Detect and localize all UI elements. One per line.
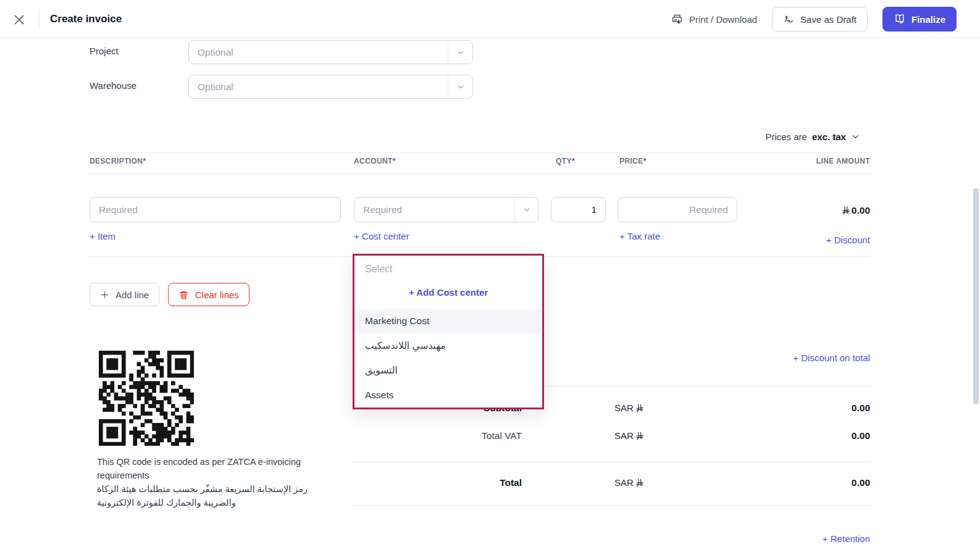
price-input[interactable] <box>618 197 737 222</box>
create-invoice-page: Create invoice Print / Download Save as … <box>0 0 980 560</box>
total-amount: 0.00 <box>796 477 870 488</box>
column-header-qty: QTY* <box>550 157 575 165</box>
column-header-line-amount: LINE AMOUNT <box>796 157 870 165</box>
chevron-down-icon <box>448 41 472 64</box>
print-download-button[interactable]: Print / Download <box>671 13 757 26</box>
project-select[interactable]: Optional <box>188 40 473 64</box>
project-label: Project <box>90 46 119 56</box>
project-placeholder: Optional <box>189 47 448 58</box>
finalize-button[interactable]: Finalize <box>882 7 957 31</box>
divider <box>353 462 870 462</box>
column-header-description: DESCRIPTION* <box>90 157 146 165</box>
clear-lines-button[interactable]: Clear lines <box>168 283 249 306</box>
close-button[interactable] <box>11 12 27 28</box>
divider <box>353 505 870 506</box>
total-vat-amount: 0.00 <box>796 430 870 441</box>
required-marker: * <box>143 157 146 165</box>
dropdown-option-landscape-engineers[interactable]: مهندسي اللاندسكيب <box>354 333 542 358</box>
chevron-down-icon <box>448 75 472 98</box>
add-retention-link[interactable]: + Retention <box>823 533 870 544</box>
vertical-scrollbar-thumb[interactable] <box>973 188 979 404</box>
header-divider <box>39 10 40 28</box>
divider <box>90 173 870 174</box>
column-header-account: ACCOUNT* <box>354 157 396 165</box>
add-tax-rate-link[interactable]: + Tax rate <box>619 231 660 241</box>
line-amount-value: 0.00 <box>842 205 870 216</box>
total-currency: SAR <box>614 477 643 488</box>
book-check-icon <box>894 13 906 25</box>
prices-mode-value: exc. tax <box>812 132 846 142</box>
signature-pen-icon <box>783 14 795 25</box>
cost-center-search-input[interactable]: Select <box>354 256 542 275</box>
required-marker: * <box>643 157 647 165</box>
qr-caption-arabic: رمز الإستجابة السريعة مشفّر بحسب متطلبات… <box>97 482 327 509</box>
warehouse-select[interactable]: Optional <box>188 75 473 99</box>
column-header-price: PRICE* <box>619 157 647 165</box>
qr-caption: This QR code is encoded as per ZATCA e-i… <box>97 455 327 509</box>
sar-currency-icon <box>842 206 850 215</box>
prices-mode-toggle[interactable]: Prices are exc. tax <box>765 132 860 142</box>
dropdown-option-marketing-cost[interactable]: Marketing Cost <box>354 309 542 333</box>
qty-input[interactable] <box>551 197 606 222</box>
account-placeholder: Required <box>354 204 514 215</box>
header-actions: Print / Download Save as Draft Finalize <box>671 0 957 38</box>
account-select[interactable]: Required <box>354 197 538 222</box>
print-download-label: Print / Download <box>689 14 757 25</box>
subtotal-currency: SAR <box>614 403 643 413</box>
sar-currency-icon <box>636 432 643 440</box>
zatca-qr-code <box>99 351 194 446</box>
subtotal-amount: 0.00 <box>796 403 870 414</box>
printer-download-icon <box>671 13 684 26</box>
required-marker: * <box>572 157 575 165</box>
plus-icon <box>100 290 109 299</box>
add-item-link[interactable]: + Item <box>90 231 115 241</box>
prices-mode-prefix: Prices are <box>765 132 807 142</box>
sar-currency-icon <box>636 404 643 412</box>
save-as-draft-label: Save as Draft <box>800 14 856 25</box>
sar-currency-icon <box>636 479 643 487</box>
header-bar: Create invoice Print / Download Save as … <box>0 0 980 38</box>
save-as-draft-button[interactable]: Save as Draft <box>772 7 868 31</box>
cost-center-dropdown: Select + Add Cost center Marketing Cost … <box>353 254 544 409</box>
chevron-down-icon <box>514 198 538 222</box>
add-line-label: Add line <box>115 290 149 300</box>
finalize-label: Finalize <box>911 14 945 25</box>
total-vat-label: Total VAT <box>367 430 522 441</box>
discount-on-total-link[interactable]: + Discount on total <box>793 353 870 363</box>
qr-caption-english: This QR code is encoded as per ZATCA e-i… <box>97 455 327 482</box>
dropdown-option-altaswiq[interactable]: التسويق <box>354 358 542 383</box>
trash-icon <box>178 290 189 300</box>
required-marker: * <box>393 157 396 165</box>
clear-lines-label: Clear lines <box>195 290 239 300</box>
chevron-down-icon <box>851 132 860 141</box>
total-label: Total <box>367 477 522 488</box>
close-icon <box>12 13 26 27</box>
page-title: Create invoice <box>50 13 122 25</box>
add-cost-center-option-button[interactable]: + Add Cost center <box>409 287 488 298</box>
add-discount-link[interactable]: + Discount <box>826 235 870 245</box>
total-vat-currency: SAR <box>614 430 643 441</box>
description-input[interactable] <box>90 197 341 222</box>
warehouse-placeholder: Optional <box>189 81 448 93</box>
dropdown-option-assets[interactable]: Assets <box>354 383 542 407</box>
warehouse-label: Warehouse <box>90 80 136 91</box>
divider <box>90 152 870 153</box>
add-line-button[interactable]: Add line <box>90 283 159 306</box>
add-cost-center-link[interactable]: + Cost center <box>354 231 409 241</box>
cost-center-options: Marketing Cost مهندسي اللاندسكيب التسويق… <box>354 309 542 407</box>
